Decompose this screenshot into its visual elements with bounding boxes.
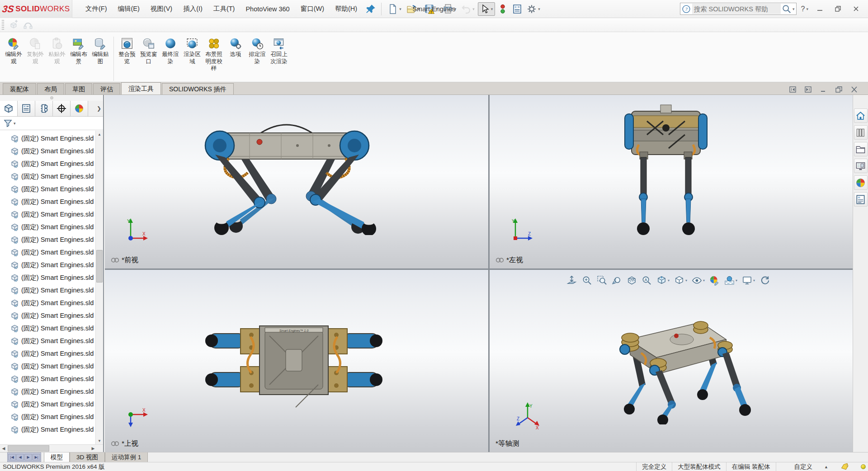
tag-icon[interactable] [841, 463, 849, 470]
pane-minimize-icon[interactable] [820, 86, 827, 93]
interference-detection-button[interactable] [496, 2, 509, 16]
document-tab-0[interactable]: 模型 [44, 452, 70, 462]
dropdown-caret[interactable]: ▾ [668, 278, 670, 283]
zoom-in-out-button[interactable] [580, 274, 594, 287]
panel-tabs-overflow-chevron[interactable]: ❯ [95, 101, 103, 116]
tree-item-component[interactable]: (固定) Smart Engines.sld [0, 132, 95, 145]
pane-close-icon[interactable] [850, 86, 858, 93]
tree-horizontal-scrollbar[interactable]: ◀ ▶ [0, 444, 103, 452]
task-pane-home[interactable] [854, 108, 868, 123]
tree-item-component[interactable]: (固定) Smart Engines.sld [0, 145, 95, 157]
help-button[interactable]: ?▾ [801, 5, 808, 13]
prev-tab-icon[interactable]: ◀ [16, 454, 24, 461]
scroll-up-arrow[interactable]: ▲ [96, 131, 103, 138]
select-button[interactable]: ▾ [478, 2, 495, 16]
tree-item-component[interactable]: (固定) Smart Engines.sld [0, 284, 95, 297]
save-button[interactable]: ▾ [423, 2, 440, 16]
view-orientation-button[interactable]: ▾ [655, 274, 671, 287]
tree-item-component[interactable]: (固定) Smart Engines.sld [0, 246, 95, 259]
menu-item-5[interactable]: PhotoView 360 [241, 4, 294, 14]
zoom-to-fit-button[interactable] [566, 274, 579, 287]
pane-restore-icon[interactable] [835, 86, 843, 93]
dynamic-annotation-button[interactable]: A [640, 274, 653, 287]
undo-dropdown-caret[interactable]: ▾ [472, 7, 475, 11]
tree-item-component[interactable]: (固定) Smart Engines.sld [0, 385, 95, 398]
viewport-top[interactable]: Smart Engines™ 1.0 X *上视 [105, 270, 488, 452]
scroll-left-arrow[interactable]: ◀ [0, 445, 7, 452]
save-dropdown-caret[interactable]: ▾ [436, 7, 438, 11]
apply-scene-button[interactable]: ▾ [723, 274, 739, 287]
search-input[interactable] [692, 4, 781, 14]
previous-view-button[interactable] [610, 274, 623, 287]
viewport-front[interactable]: Y X *前视 [105, 95, 488, 268]
dropdown-caret[interactable]: ▾ [753, 278, 755, 283]
last-tab-icon[interactable]: ▶| [33, 454, 40, 461]
viewport-vertical-splitter[interactable] [488, 95, 490, 452]
edit-decal-button[interactable]: 编辑贴图 [90, 36, 111, 66]
close-button[interactable] [849, 3, 863, 15]
rotate-view-button[interactable] [758, 274, 771, 287]
ribbon-tab-layout[interactable]: 布局 [37, 83, 64, 94]
hscroll-thumb[interactable] [8, 445, 49, 452]
tree-item-component[interactable]: (固定) Smart Engines.sld [0, 347, 95, 360]
document-tab-2[interactable]: 运动算例 1 [105, 452, 148, 462]
tree-item-component[interactable]: (固定) Smart Engines.sld [0, 334, 95, 347]
print-dropdown-caret[interactable]: ▾ [454, 7, 457, 11]
tree-item-component[interactable]: (固定) Smart Engines.sld [0, 259, 95, 271]
filter-caret[interactable]: ▾ [14, 121, 16, 126]
dropdown-caret[interactable]: ▾ [685, 278, 687, 283]
scroll-down-arrow[interactable]: ▼ [96, 437, 103, 444]
next-tab-icon[interactable]: ▶ [24, 454, 32, 461]
recall-last-render-button[interactable]: 召回上次渲染 [268, 36, 290, 66]
panel-tab-dimxpert[interactable] [53, 101, 71, 116]
scene-illumination-proof-button[interactable]: 布景照明度校样 [203, 36, 225, 73]
select-dropdown-caret[interactable]: ▾ [491, 7, 493, 11]
menu-item-1[interactable]: 编辑(E) [113, 3, 145, 15]
hide-show-items-button[interactable]: ▾ [690, 274, 706, 287]
menu-item-3[interactable]: 插入(I) [178, 3, 208, 15]
menu-item-4[interactable]: 工具(T) [208, 3, 240, 15]
view-settings-button[interactable]: ▾ [741, 274, 756, 287]
panel-tab-appearances[interactable] [71, 101, 88, 116]
search-options-caret[interactable]: ▾ [793, 7, 795, 11]
scroll-right-arrow[interactable]: ▶ [90, 445, 97, 452]
task-pane-design-library[interactable] [854, 125, 868, 140]
open-dropdown-caret[interactable]: ▾ [418, 7, 420, 11]
tree-item-component[interactable]: (固定) Smart Engines.sld [0, 271, 95, 284]
tree-item-component[interactable]: (固定) Smart Engines.sld [0, 183, 95, 195]
tree-item-component[interactable]: (固定) Smart Engines.sld [0, 208, 95, 221]
panel-collapse-handle[interactable] [0, 95, 103, 101]
viewport-left[interactable]: Y Z *左视 [490, 95, 853, 268]
open-button[interactable]: ▾ [405, 2, 422, 16]
tree-item-component[interactable]: (固定) Smart Engines.sld [0, 221, 95, 233]
options-button[interactable]: ▾ [525, 2, 542, 16]
integrated-preview-button[interactable]: 整合预览 [116, 36, 138, 66]
split-left-icon[interactable] [789, 86, 797, 93]
dropdown-caret[interactable]: ▾ [736, 278, 737, 283]
edit-scene-button[interactable]: 编辑布景 [68, 36, 90, 66]
tree-item-component[interactable]: (固定) Smart Engines.sld [0, 410, 95, 423]
ribbon-tab-assembly[interactable]: 装配体 [3, 83, 36, 94]
menu-item-2[interactable]: 视图(V) [146, 3, 177, 15]
display-style-button[interactable]: ▾ [673, 274, 689, 287]
split-right-icon[interactable] [804, 86, 812, 93]
render-options-button[interactable]: 选项 [225, 36, 246, 59]
tree-item-component[interactable]: (固定) Smart Engines.sld [0, 372, 95, 385]
customize-caret[interactable]: ▲ [824, 465, 828, 469]
search-icon[interactable] [782, 4, 792, 14]
new-document-dropdown-caret[interactable]: ▾ [399, 7, 401, 11]
ribbon-tab-addins[interactable]: SOLIDWORKS 插件 [162, 83, 234, 94]
final-render-button[interactable]: 最终渲染 [160, 36, 181, 66]
edit-appearance-button[interactable] [708, 274, 721, 287]
ribbon-tab-sketch[interactable]: 草图 [65, 83, 92, 94]
first-tab-icon[interactable]: |◀ [8, 454, 16, 461]
tree-item-component[interactable]: (固定) Smart Engines.sld [0, 360, 95, 372]
task-pane-file-explorer[interactable] [854, 142, 868, 156]
schedule-render-button[interactable]: 排定渲染 [246, 36, 268, 66]
panel-tab-featuremanager-tree[interactable] [0, 101, 18, 116]
scroll-thumb[interactable] [96, 250, 103, 283]
options-dropdown-caret[interactable]: ▾ [538, 7, 540, 11]
tree-item-component[interactable]: (固定) Smart Engines.sld [0, 195, 95, 208]
filter-funnel-icon[interactable] [4, 119, 12, 127]
pin-menu-icon[interactable] [365, 3, 377, 15]
